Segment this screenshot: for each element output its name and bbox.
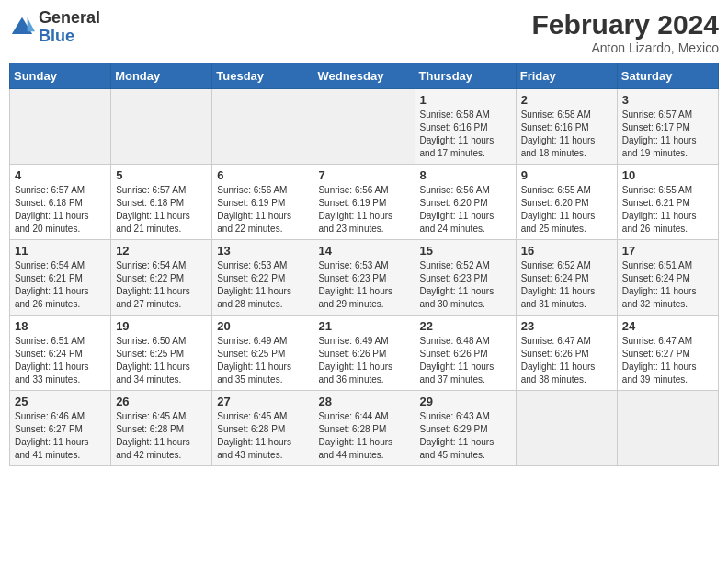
svg-marker-1 [28, 17, 35, 31]
weekday-header-sunday: Sunday [10, 63, 111, 89]
day-number: 12 [116, 244, 207, 258]
logo-general-text: General [39, 9, 100, 28]
calendar-cell: 23Sunrise: 6:47 AM Sunset: 6:26 PM Dayli… [516, 316, 617, 391]
day-info: Sunrise: 6:51 AM Sunset: 6:24 PM Dayligh… [622, 259, 713, 311]
calendar-table: SundayMondayTuesdayWednesdayThursdayFrid… [9, 63, 719, 466]
calendar-week-row: 25Sunrise: 6:46 AM Sunset: 6:27 PM Dayli… [10, 391, 719, 466]
day-number: 21 [318, 319, 409, 333]
calendar-header: SundayMondayTuesdayWednesdayThursdayFrid… [10, 63, 719, 89]
calendar-cell: 9Sunrise: 6:55 AM Sunset: 6:20 PM Daylig… [516, 165, 617, 240]
day-number: 2 [521, 93, 612, 107]
day-info: Sunrise: 6:58 AM Sunset: 6:16 PM Dayligh… [521, 109, 612, 160]
day-info: Sunrise: 6:55 AM Sunset: 6:21 PM Dayligh… [622, 184, 713, 236]
calendar-cell: 1Sunrise: 6:58 AM Sunset: 6:16 PM Daylig… [415, 89, 516, 165]
calendar-cell: 22Sunrise: 6:48 AM Sunset: 6:26 PM Dayli… [415, 316, 516, 391]
calendar-location: Anton Lizardo, Mexico [532, 40, 719, 55]
day-info: Sunrise: 6:44 AM Sunset: 6:28 PM Dayligh… [318, 410, 409, 462]
day-info: Sunrise: 6:58 AM Sunset: 6:16 PM Dayligh… [420, 109, 511, 160]
title-block: February 2024 Anton Lizardo, Mexico [532, 9, 719, 55]
page-header: General Blue February 2024 Anton Lizardo… [9, 9, 719, 55]
logo-text: General Blue [39, 9, 100, 46]
day-number: 13 [217, 244, 308, 258]
calendar-cell: 28Sunrise: 6:44 AM Sunset: 6:28 PM Dayli… [313, 391, 415, 466]
day-info: Sunrise: 6:48 AM Sunset: 6:26 PM Dayligh… [420, 335, 511, 386]
calendar-cell: 24Sunrise: 6:47 AM Sunset: 6:27 PM Dayli… [617, 316, 718, 391]
day-info: Sunrise: 6:49 AM Sunset: 6:25 PM Dayligh… [217, 335, 308, 386]
day-number: 27 [217, 395, 308, 408]
day-info: Sunrise: 6:52 AM Sunset: 6:24 PM Dayligh… [521, 259, 612, 311]
calendar-cell: 18Sunrise: 6:51 AM Sunset: 6:24 PM Dayli… [10, 316, 111, 391]
logo-blue-text: Blue [39, 28, 100, 46]
day-info: Sunrise: 6:54 AM Sunset: 6:21 PM Dayligh… [15, 259, 106, 311]
calendar-cell: 25Sunrise: 6:46 AM Sunset: 6:27 PM Dayli… [10, 391, 111, 466]
weekday-header-tuesday: Tuesday [212, 63, 313, 89]
day-info: Sunrise: 6:53 AM Sunset: 6:22 PM Dayligh… [217, 259, 308, 311]
weekday-header-wednesday: Wednesday [313, 63, 415, 89]
day-number: 20 [217, 319, 308, 333]
day-info: Sunrise: 6:45 AM Sunset: 6:28 PM Dayligh… [217, 410, 308, 462]
day-number: 23 [521, 319, 612, 333]
calendar-week-row: 11Sunrise: 6:54 AM Sunset: 6:21 PM Dayli… [10, 240, 719, 316]
calendar-cell: 2Sunrise: 6:58 AM Sunset: 6:16 PM Daylig… [516, 89, 617, 165]
calendar-cell: 26Sunrise: 6:45 AM Sunset: 6:28 PM Dayli… [111, 391, 212, 466]
calendar-cell: 7Sunrise: 6:56 AM Sunset: 6:19 PM Daylig… [313, 165, 415, 240]
day-number: 8 [420, 168, 511, 182]
day-number: 29 [420, 395, 511, 408]
day-info: Sunrise: 6:55 AM Sunset: 6:20 PM Dayligh… [521, 184, 612, 236]
weekday-header-saturday: Saturday [617, 63, 718, 89]
day-number: 28 [318, 395, 409, 408]
day-number: 18 [15, 319, 106, 333]
day-info: Sunrise: 6:45 AM Sunset: 6:28 PM Dayligh… [116, 410, 207, 462]
day-info: Sunrise: 6:50 AM Sunset: 6:25 PM Dayligh… [116, 335, 207, 386]
calendar-cell: 20Sunrise: 6:49 AM Sunset: 6:25 PM Dayli… [212, 316, 313, 391]
weekday-header-thursday: Thursday [415, 63, 516, 89]
logo: General Blue [9, 9, 100, 46]
calendar-cell: 16Sunrise: 6:52 AM Sunset: 6:24 PM Dayli… [516, 240, 617, 316]
day-number: 10 [622, 168, 713, 182]
day-info: Sunrise: 6:56 AM Sunset: 6:19 PM Dayligh… [217, 184, 308, 236]
day-number: 11 [15, 244, 106, 258]
day-number: 16 [521, 244, 612, 258]
calendar-week-row: 4Sunrise: 6:57 AM Sunset: 6:18 PM Daylig… [10, 165, 719, 240]
day-number: 6 [217, 168, 308, 182]
day-number: 25 [15, 395, 106, 408]
day-number: 5 [116, 168, 207, 182]
logo-icon [9, 15, 35, 40]
day-number: 24 [622, 319, 713, 333]
calendar-cell: 4Sunrise: 6:57 AM Sunset: 6:18 PM Daylig… [10, 165, 111, 240]
calendar-cell: 3Sunrise: 6:57 AM Sunset: 6:17 PM Daylig… [617, 89, 718, 165]
calendar-cell: 14Sunrise: 6:53 AM Sunset: 6:23 PM Dayli… [313, 240, 415, 316]
calendar-cell [516, 391, 617, 466]
day-info: Sunrise: 6:53 AM Sunset: 6:23 PM Dayligh… [318, 259, 409, 311]
day-info: Sunrise: 6:47 AM Sunset: 6:27 PM Dayligh… [622, 335, 713, 386]
calendar-cell [212, 89, 313, 165]
calendar-cell [617, 391, 718, 466]
calendar-cell: 10Sunrise: 6:55 AM Sunset: 6:21 PM Dayli… [617, 165, 718, 240]
day-number: 1 [420, 93, 511, 107]
day-number: 17 [622, 244, 713, 258]
day-info: Sunrise: 6:47 AM Sunset: 6:26 PM Dayligh… [521, 335, 612, 386]
day-info: Sunrise: 6:57 AM Sunset: 6:18 PM Dayligh… [116, 184, 207, 236]
calendar-cell [10, 89, 111, 165]
day-number: 14 [318, 244, 409, 258]
day-info: Sunrise: 6:57 AM Sunset: 6:17 PM Dayligh… [622, 109, 713, 160]
calendar-cell: 17Sunrise: 6:51 AM Sunset: 6:24 PM Dayli… [617, 240, 718, 316]
day-number: 9 [521, 168, 612, 182]
calendar-title: February 2024 [532, 9, 719, 40]
day-number: 26 [116, 395, 207, 408]
day-number: 15 [420, 244, 511, 258]
day-number: 22 [420, 319, 511, 333]
calendar-cell: 27Sunrise: 6:45 AM Sunset: 6:28 PM Dayli… [212, 391, 313, 466]
calendar-cell: 11Sunrise: 6:54 AM Sunset: 6:21 PM Dayli… [10, 240, 111, 316]
calendar-cell: 13Sunrise: 6:53 AM Sunset: 6:22 PM Dayli… [212, 240, 313, 316]
calendar-cell: 19Sunrise: 6:50 AM Sunset: 6:25 PM Dayli… [111, 316, 212, 391]
weekday-row: SundayMondayTuesdayWednesdayThursdayFrid… [10, 63, 719, 89]
calendar-week-row: 18Sunrise: 6:51 AM Sunset: 6:24 PM Dayli… [10, 316, 719, 391]
day-info: Sunrise: 6:49 AM Sunset: 6:26 PM Dayligh… [318, 335, 409, 386]
day-info: Sunrise: 6:46 AM Sunset: 6:27 PM Dayligh… [15, 410, 106, 462]
calendar-cell [313, 89, 415, 165]
day-info: Sunrise: 6:43 AM Sunset: 6:29 PM Dayligh… [420, 410, 511, 462]
calendar-cell: 6Sunrise: 6:56 AM Sunset: 6:19 PM Daylig… [212, 165, 313, 240]
calendar-cell: 5Sunrise: 6:57 AM Sunset: 6:18 PM Daylig… [111, 165, 212, 240]
calendar-cell: 29Sunrise: 6:43 AM Sunset: 6:29 PM Dayli… [415, 391, 516, 466]
